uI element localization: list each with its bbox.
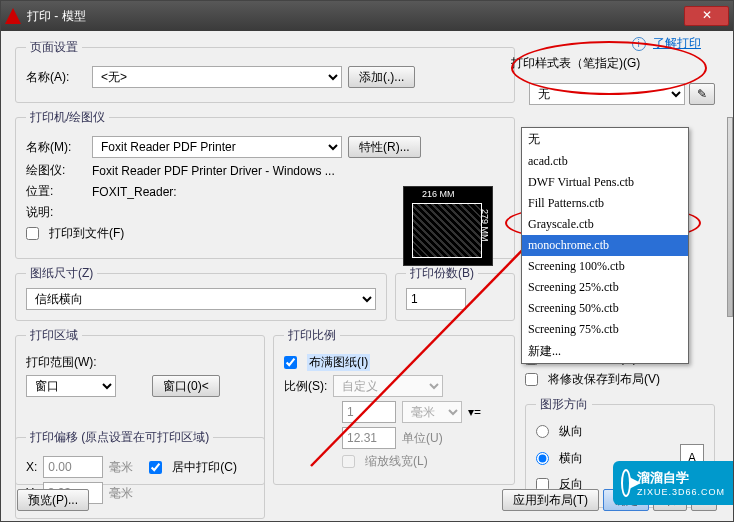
style-table-legend: 打印样式表（笔指定)(G) <box>511 55 711 72</box>
style-table-edit-button[interactable]: ✎ <box>689 83 715 105</box>
add-button[interactable]: 添加(.)... <box>348 66 415 88</box>
paper-size-legend: 图纸尺寸(Z) <box>26 265 97 282</box>
help-row: i 了解打印 <box>632 35 701 52</box>
fit-check[interactable] <box>284 356 297 369</box>
fit-label: 布满图纸(I) <box>307 354 370 371</box>
page-setup-legend: 页面设置 <box>26 39 82 56</box>
list-item[interactable]: Grayscale.ctb <box>522 214 688 235</box>
preview-button[interactable]: 预览(P)... <box>17 489 89 511</box>
x-label: X: <box>26 460 37 474</box>
print-to-file-check[interactable] <box>26 227 39 240</box>
save-layout-label: 将修改保存到布局(V) <box>548 371 660 388</box>
copies-group: 打印份数(B) <box>395 265 515 321</box>
preview-width: 216 MM <box>422 189 455 199</box>
list-item[interactable]: Screening 25%.ctb <box>522 277 688 298</box>
scale-group: 打印比例 布满图纸(I) 比例(S): 自定义 毫米 ▾= 单位(U) 缩放线宽… <box>273 327 515 485</box>
scale-unit-combo: 毫米 <box>402 401 462 423</box>
print-area-legend: 打印区域 <box>26 327 82 344</box>
printer-legend: 打印机/绘图仪 <box>26 109 109 126</box>
apply-layout-button[interactable]: 应用到布局(T) <box>502 489 599 511</box>
location-label: 位置: <box>26 183 86 200</box>
list-item[interactable]: Fill Patterns.ctb <box>522 193 688 214</box>
scale-du-input <box>342 427 396 449</box>
print-to-file-label: 打印到文件(F) <box>49 225 124 242</box>
du-label: 单位(U) <box>402 430 443 447</box>
watermark: 溜溜自学 ZIXUE.3D66.COM <box>613 461 733 505</box>
list-item[interactable]: DWF Virtual Pens.ctb <box>522 172 688 193</box>
titlebar: 打印 - 模型 ✕ <box>1 1 733 31</box>
landscape-label: 横向 <box>559 450 583 467</box>
ratio-combo: 自定义 <box>333 375 443 397</box>
page-name-combo[interactable]: <无> <box>92 66 342 88</box>
range-combo[interactable]: 窗口 <box>26 375 116 397</box>
save-layout-check[interactable] <box>525 373 538 386</box>
style-table-combo[interactable]: 无 <box>529 83 685 105</box>
close-button[interactable]: ✕ <box>684 6 729 26</box>
list-item[interactable]: Screening 100%.ctb <box>522 256 688 277</box>
orientation-legend: 图形方向 <box>536 396 592 413</box>
help-link[interactable]: 了解打印 <box>653 36 701 50</box>
scale-num-input <box>342 401 396 423</box>
portrait-label: 纵向 <box>559 423 583 440</box>
list-item[interactable]: acad.ctb <box>522 151 688 172</box>
side-scroll-stub <box>727 117 733 317</box>
landscape-radio[interactable] <box>536 452 549 465</box>
printer-name-label: 名称(M): <box>26 139 86 156</box>
watermark-sub: ZIXUE.3D66.COM <box>637 487 725 497</box>
preview-height: 279 MM <box>480 209 490 242</box>
watermark-text: 溜溜自学 <box>637 469 725 487</box>
range-label: 打印范围(W): <box>26 354 97 371</box>
style-dropdown-list[interactable]: 无 acad.ctb DWF Virtual Pens.ctb Fill Pat… <box>521 127 689 364</box>
copies-input[interactable] <box>406 288 466 310</box>
x-unit: 毫米 <box>109 459 133 476</box>
driver-value: Foxit Reader PDF Printer Driver - Window… <box>92 164 335 178</box>
scale-lw-label: 缩放线宽(L) <box>365 453 428 470</box>
window-pick-button[interactable]: 窗口(0)< <box>152 375 220 397</box>
list-item[interactable]: Screening 75%.ctb <box>522 319 688 340</box>
location-value: FOXIT_Reader: <box>92 185 177 199</box>
pencil-icon: ✎ <box>697 87 707 101</box>
list-item[interactable]: Screening 50%.ctb <box>522 298 688 319</box>
center-label: 居中打印(C) <box>172 459 237 476</box>
info-icon: i <box>632 37 646 51</box>
center-check[interactable] <box>149 461 162 474</box>
equals-icon: ▾= <box>468 405 481 419</box>
x-input <box>43 456 103 478</box>
copies-legend: 打印份数(B) <box>406 265 478 282</box>
watermark-logo-icon <box>621 469 631 497</box>
list-item-selected[interactable]: monochrome.ctb <box>522 235 688 256</box>
portrait-radio[interactable] <box>536 425 549 438</box>
paper-preview: 216 MM 279 MM <box>403 186 493 266</box>
paper-size-combo[interactable]: 信纸横向 <box>26 288 376 310</box>
desc-label: 说明: <box>26 204 86 221</box>
driver-label: 绘图仪: <box>26 162 86 179</box>
scale-lw-check <box>342 455 355 468</box>
printer-props-button[interactable]: 特性(R)... <box>348 136 421 158</box>
scale-legend: 打印比例 <box>284 327 340 344</box>
page-name-label: 名称(A): <box>26 69 86 86</box>
ratio-label: 比例(S): <box>284 378 327 395</box>
page-setup-group: 页面设置 名称(A): <无> 添加(.)... <box>15 39 515 103</box>
list-item[interactable]: 无 <box>522 128 688 151</box>
offset-legend: 打印偏移 (原点设置在可打印区域) <box>26 429 213 446</box>
list-item[interactable]: 新建... <box>522 340 688 363</box>
window-title: 打印 - 模型 <box>27 8 86 25</box>
printer-combo[interactable]: Foxit Reader PDF Printer <box>92 136 342 158</box>
app-icon <box>5 8 21 24</box>
paper-size-group: 图纸尺寸(Z) 信纸横向 <box>15 265 387 321</box>
